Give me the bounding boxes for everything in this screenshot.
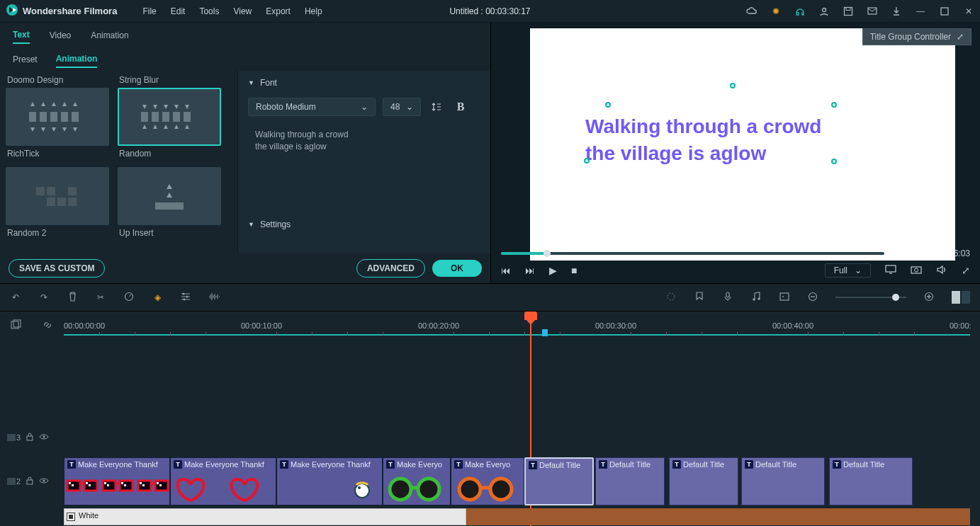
lock-icon[interactable] [26,433,33,442]
preview-stage[interactable]: Walking through a crowd the village is a… [491,23,980,246]
display-mode-select[interactable]: Full⌄ [825,263,871,278]
undo-icon[interactable]: ↶ [10,292,21,302]
play-icon[interactable]: ▶ [549,265,557,276]
audio-track[interactable]: White [64,508,970,525]
section-font-toggle[interactable]: ▼Font [238,71,490,95]
link-icon[interactable] [43,320,52,332]
title-clip-3[interactable]: TDefault Title [669,457,738,505]
user-icon[interactable] [818,6,830,17]
adjust-icon[interactable] [180,292,191,303]
clip-me-2[interactable]: TMake Everyone Thankf [170,457,276,505]
sparkle-icon[interactable]: ✺ [770,6,782,17]
line-spacing-icon[interactable] [428,98,445,115]
visibility-icon[interactable] [39,477,49,486]
clip-me-5[interactable]: TMake Everyo [451,457,524,505]
snapshot-icon[interactable] [911,265,922,276]
menu-export[interactable]: Export [266,6,291,16]
mail-icon[interactable] [867,6,878,17]
volume-icon[interactable] [936,265,947,277]
track-badge-icon[interactable]: 2 [7,477,21,486]
close-icon[interactable]: ✕ [963,6,974,17]
ok-button[interactable]: OK [432,260,482,277]
split-icon[interactable]: ✂ [95,292,106,302]
font-size-select[interactable]: 48⌄ [383,98,421,116]
title-group-controller-badge[interactable]: Title Group Controller ⤢ [862,28,971,45]
clip-me-1[interactable]: TMake Everyone Thankf [64,457,170,505]
keyframe-icon[interactable]: ◈ [152,292,163,302]
menu-tools[interactable]: Tools [199,6,219,16]
in-point-marker[interactable] [542,329,548,336]
tab-animation[interactable]: Animation [91,30,128,43]
clip-me-4[interactable]: TMake Everyo [383,457,451,505]
fullscreen-icon[interactable]: ⤢ [962,265,970,276]
marker-icon[interactable] [694,292,705,304]
crop-icon[interactable] [779,292,790,303]
zoom-in-icon[interactable] [923,292,935,304]
audio-clip-white[interactable]: White [64,508,466,525]
delete-icon[interactable] [67,292,78,304]
menu-edit[interactable]: Edit [171,6,186,16]
anim-richtick[interactable]: RichTick [6,149,109,161]
zoom-out-icon[interactable] [807,292,818,304]
menu-view[interactable]: View [233,6,252,16]
menu-file[interactable]: File [142,6,156,16]
headphones-icon[interactable] [794,6,806,17]
lock-icon[interactable] [26,476,33,486]
title-clip-5[interactable]: TDefault Title [829,457,913,505]
tab-video[interactable]: Video [50,30,71,43]
title-clip-1[interactable]: TDefault Title [524,457,594,505]
anim-doomo-design[interactable]: Doomo Design [6,75,109,146]
clip-me-3[interactable]: TMake Everyone Thankf [276,457,383,505]
anim-random[interactable]: Random [118,149,221,161]
download-icon[interactable] [891,6,902,17]
music-icon[interactable] [750,292,762,304]
section-settings-toggle[interactable]: ▼Settings [238,212,490,236]
anim-string-blur[interactable]: String Blur [118,75,221,146]
preview-canvas[interactable]: Walking through a crowd the village is a… [530,28,955,261]
tab-text[interactable]: Text [13,30,30,44]
save-icon[interactable] [843,6,854,17]
title-clip-2[interactable]: TDefault Title [595,457,665,505]
handle-tr[interactable] [831,102,837,108]
svg-point-69 [490,479,512,500]
speed-icon[interactable] [123,292,135,304]
font-family-select[interactable]: Roboto Medium⌄ [248,98,376,116]
handle-r[interactable] [831,159,837,164]
redo-icon[interactable]: ↷ [38,292,50,302]
text-preview[interactable]: Walking through a crowd the village is a… [248,123,480,208]
audio-wave-icon[interactable] [208,292,220,303]
timeline-ruler[interactable]: 00:00:00:00 00:00:10:00 00:00:20:00 00:0… [64,319,970,337]
minimize-icon[interactable]: ― [915,6,926,17]
bold-button[interactable]: B [452,98,469,115]
track-badge-icon[interactable]: 3 [7,433,21,442]
title-clip-4[interactable]: TDefault Title [741,457,825,505]
handle-l[interactable] [584,158,590,164]
anim-random-2[interactable]: Random 2 [6,164,109,241]
handle-tl[interactable] [605,102,611,108]
maximize-icon[interactable] [939,6,950,17]
stop-icon[interactable]: ■ [571,265,577,276]
menu-help[interactable]: Help [305,6,322,16]
save-as-custom-button[interactable]: SAVE AS CUSTOM [9,259,105,278]
thumb-random2[interactable] [6,167,109,225]
visibility-icon[interactable] [39,433,49,442]
timeline-add-track-icon[interactable] [10,320,21,332]
timeline-view-toggle[interactable] [952,291,970,304]
render-icon[interactable] [665,292,677,304]
cloud-icon[interactable] [746,6,757,17]
next-frame-icon[interactable]: ⏭ [525,265,535,276]
preview-scrubber[interactable] [501,252,884,255]
anim-up-insert[interactable]: Up Insert [118,164,221,241]
monitor-icon[interactable] [885,265,896,277]
prev-frame-icon[interactable]: ⏮ [501,265,511,276]
voiceover-icon[interactable] [722,292,733,304]
zoom-slider[interactable] [835,297,906,298]
thumb-doomo[interactable] [6,88,109,146]
thumb-up-insert[interactable] [118,167,221,225]
handle-top[interactable] [730,83,736,88]
caption-text[interactable]: Walking through a crowd the village is a… [585,113,821,167]
subtab-animation[interactable]: Animation [56,54,98,68]
thumb-string-blur[interactable] [118,88,221,146]
subtab-preset[interactable]: Preset [13,55,38,67]
advanced-button[interactable]: ADVANCED [356,259,425,278]
